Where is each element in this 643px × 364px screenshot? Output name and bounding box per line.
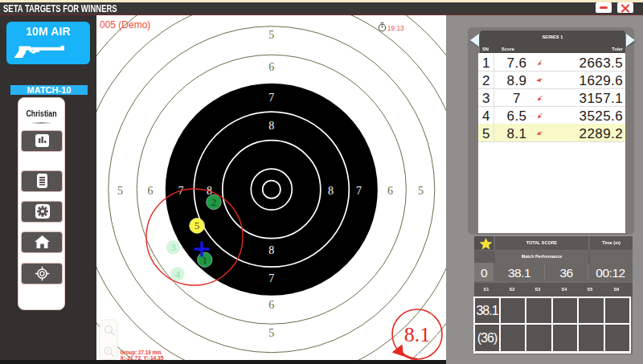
svg-text:2: 2	[211, 196, 217, 208]
svg-text:5: 5	[268, 327, 274, 339]
svg-text:19:13: 19:13	[387, 23, 404, 32]
svg-text:6: 6	[268, 61, 274, 73]
svg-text:X:-21.73, Y:-14.35: X:-21.73, Y:-14.35	[121, 354, 164, 360]
svg-text:6: 6	[268, 299, 274, 311]
svg-text:7: 7	[356, 185, 362, 197]
svg-text:5: 5	[195, 219, 200, 231]
svg-text:7: 7	[268, 92, 274, 104]
svg-text:5: 5	[418, 185, 424, 197]
svg-text:6: 6	[387, 185, 393, 197]
svg-text:005 (Demo): 005 (Demo)	[100, 19, 150, 31]
svg-text:8: 8	[268, 244, 274, 256]
svg-text:4: 4	[175, 268, 181, 280]
svg-text:8: 8	[268, 120, 274, 132]
svg-text:6: 6	[148, 185, 154, 197]
svg-text:8.1: 8.1	[404, 323, 431, 346]
svg-text:7: 7	[268, 272, 274, 284]
svg-text:5: 5	[268, 29, 274, 41]
svg-text:8: 8	[328, 185, 334, 197]
svg-text:3: 3	[170, 241, 176, 253]
svg-text:5: 5	[117, 185, 123, 197]
